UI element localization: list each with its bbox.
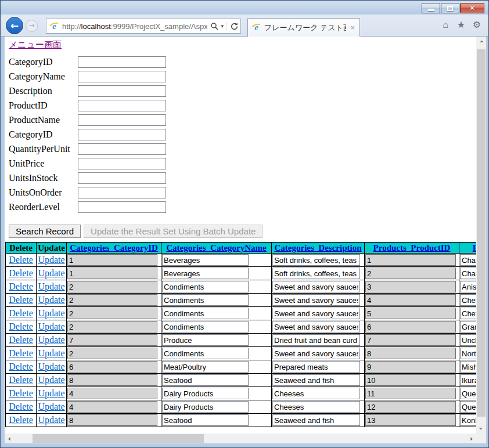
update-link[interactable]: Update <box>38 308 64 318</box>
description-input[interactable] <box>272 348 360 359</box>
scroll-right-icon[interactable]: › <box>466 433 476 443</box>
tab-close-icon[interactable]: × <box>349 24 356 31</box>
product-name-input[interactable] <box>460 348 476 359</box>
product-name-input[interactable] <box>460 254 476 266</box>
delete-link[interactable]: Delete <box>9 295 33 305</box>
delete-link[interactable]: Delete <box>9 255 33 265</box>
description-input[interactable] <box>272 281 360 292</box>
sort-link-categories-categoryname[interactable]: Categories_CategoryName <box>166 243 266 252</box>
description-input[interactable] <box>272 401 360 413</box>
product-name-input[interactable] <box>460 308 476 319</box>
scroll-down-icon[interactable]: › <box>476 424 486 433</box>
category-name-input[interactable] <box>162 308 249 319</box>
field-input-unitsonorder[interactable] <box>78 187 166 198</box>
product-name-input[interactable] <box>460 268 476 279</box>
maximize-button[interactable] <box>441 3 459 13</box>
category-name-input[interactable] <box>162 281 249 292</box>
category-name-input[interactable] <box>162 361 249 373</box>
scroll-left-icon[interactable]: ‹ <box>5 433 15 443</box>
update-link[interactable]: Update <box>38 255 64 265</box>
delete-link[interactable]: Delete <box>9 335 33 345</box>
vertical-scrollbar[interactable]: › › <box>476 37 486 433</box>
category-name-input[interactable] <box>162 348 249 359</box>
delete-link[interactable]: Delete <box>9 281 33 291</box>
category-name-input[interactable] <box>162 254 249 266</box>
product-name-input[interactable] <box>460 388 476 399</box>
back-button[interactable]: ← <box>6 17 23 34</box>
description-input[interactable] <box>272 254 360 266</box>
field-input-quantityperunit[interactable] <box>78 143 166 155</box>
product-name-input[interactable] <box>460 401 476 413</box>
horizontal-scrollbar[interactable]: ‹ › <box>5 433 476 443</box>
update-link[interactable]: Update <box>38 402 64 411</box>
horizontal-scrollbar-thumb[interactable] <box>33 434 204 443</box>
description-input[interactable] <box>272 334 360 346</box>
home-icon[interactable]: ⌂ <box>440 19 451 31</box>
close-button[interactable]: × <box>460 3 484 13</box>
delete-link[interactable]: Delete <box>9 402 33 411</box>
category-name-input[interactable] <box>162 414 249 426</box>
update-link[interactable]: Update <box>38 362 64 371</box>
update-link[interactable]: Update <box>38 415 64 425</box>
field-input-categoryname[interactable] <box>78 71 166 82</box>
category-name-input[interactable] <box>162 294 249 306</box>
address-dropdown-icon[interactable]: ▾ <box>221 23 224 29</box>
update-link[interactable]: Update <box>38 375 64 385</box>
category-name-input[interactable] <box>162 388 249 399</box>
description-input[interactable] <box>272 268 360 279</box>
search-icon[interactable] <box>210 22 218 30</box>
update-link[interactable]: Update <box>38 281 64 291</box>
field-input-unitprice[interactable] <box>78 158 166 169</box>
sort-link-categories-description[interactable]: Categories_Description <box>275 243 362 252</box>
delete-link[interactable]: Delete <box>9 415 33 425</box>
description-input[interactable] <box>272 361 360 373</box>
favorites-star-icon[interactable]: ★ <box>456 19 466 31</box>
update-link[interactable]: Update <box>38 388 64 398</box>
field-input-description[interactable] <box>78 85 166 97</box>
update-link[interactable]: Update <box>38 295 64 305</box>
forward-button[interactable]: → <box>26 20 38 32</box>
category-name-input[interactable] <box>162 334 249 346</box>
category-name-input[interactable] <box>162 268 249 279</box>
sort-link-categories-categoryid[interactable]: Categories_CategoryID <box>70 243 158 252</box>
product-name-input[interactable] <box>460 414 476 426</box>
field-input-productname[interactable] <box>78 114 166 126</box>
delete-link[interactable]: Delete <box>9 375 33 385</box>
tab[interactable]: e フレームワーク テスト画... × <box>247 18 360 37</box>
address-bar[interactable]: e http://localhost:9999/ProjectX_sample/… <box>46 19 241 34</box>
settings-gear-icon[interactable]: ⚙ <box>472 19 482 31</box>
product-name-input[interactable] <box>460 281 476 292</box>
menu-link[interactable]: メニュー画面 <box>9 39 62 50</box>
field-input-productid[interactable] <box>78 100 166 111</box>
description-input[interactable] <box>272 308 360 319</box>
delete-link[interactable]: Delete <box>9 362 33 371</box>
search-record-button[interactable]: Search Record <box>9 225 81 238</box>
delete-link[interactable]: Delete <box>9 348 33 358</box>
update-link[interactable]: Update <box>38 268 64 278</box>
field-input-categoryid[interactable] <box>78 56 166 68</box>
delete-link[interactable]: Delete <box>9 308 33 318</box>
description-input[interactable] <box>272 294 360 306</box>
description-input[interactable] <box>272 388 360 399</box>
vertical-scrollbar-thumb[interactable] <box>477 49 486 417</box>
titlebar[interactable]: × <box>1 1 488 15</box>
update-link[interactable]: Update <box>38 321 64 331</box>
delete-link[interactable]: Delete <box>9 268 33 278</box>
product-name-input[interactable] <box>460 374 476 386</box>
description-input[interactable] <box>272 414 360 426</box>
category-name-input[interactable] <box>162 321 249 333</box>
update-link[interactable]: Update <box>38 348 64 358</box>
update-link[interactable]: Update <box>38 335 64 345</box>
description-input[interactable] <box>272 321 360 333</box>
description-input[interactable] <box>272 374 360 386</box>
sort-link-products-productid[interactable]: Products_ProductID <box>373 243 451 252</box>
delete-link[interactable]: Delete <box>9 388 33 398</box>
refresh-icon[interactable] <box>226 22 239 31</box>
product-name-input[interactable] <box>460 361 476 373</box>
field-input-reorderlevel[interactable] <box>78 201 166 213</box>
category-name-input[interactable] <box>162 374 249 386</box>
scroll-up-icon[interactable]: › <box>476 37 486 46</box>
minimize-button[interactable] <box>422 3 440 13</box>
product-name-input[interactable] <box>460 321 476 333</box>
delete-link[interactable]: Delete <box>9 321 33 331</box>
